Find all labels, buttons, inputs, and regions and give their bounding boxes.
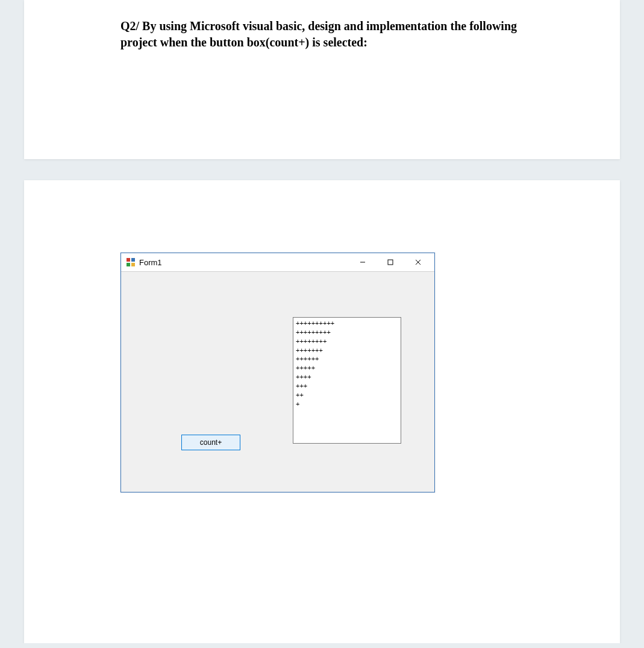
output-line: +++++++++ (296, 328, 398, 337)
question-text: Q2/ By using Microsoft visual basic, des… (120, 18, 524, 51)
minimize-button[interactable] (349, 253, 377, 271)
svg-rect-5 (388, 260, 393, 265)
app-icon (126, 257, 136, 267)
window-title: Form1 (139, 258, 162, 267)
output-line: ++++++++++ (296, 319, 398, 328)
output-line: ++++++ (296, 354, 398, 363)
svg-rect-0 (127, 258, 130, 262)
output-line: ++ (296, 391, 398, 400)
form-body: count+ ++++++++++ +++++++++ ++++++++ +++… (121, 272, 434, 492)
output-line: +++++++ (296, 346, 398, 355)
svg-rect-1 (131, 258, 135, 262)
form-window: Form1 count+ ++++++++++ +++++++++ ++++++… (120, 253, 435, 492)
maximize-button[interactable] (377, 253, 404, 271)
titlebar: Form1 (121, 253, 434, 272)
output-line: ++++++++ (296, 337, 398, 346)
close-button[interactable] (404, 253, 432, 271)
svg-rect-2 (127, 263, 130, 266)
output-line: ++++ (296, 373, 398, 382)
output-textbox[interactable]: ++++++++++ +++++++++ ++++++++ +++++++ ++… (293, 317, 401, 444)
output-line: + (296, 400, 398, 409)
svg-rect-3 (131, 263, 135, 266)
output-line: +++++ (296, 363, 398, 373)
output-line: +++ (296, 382, 398, 391)
count-button[interactable]: count+ (181, 435, 240, 450)
